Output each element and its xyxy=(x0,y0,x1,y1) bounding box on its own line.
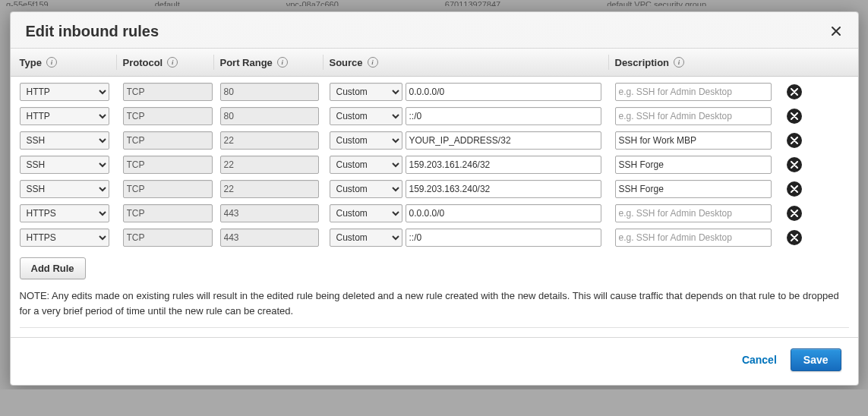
remove-rule-button[interactable] xyxy=(787,133,802,148)
remove-icon xyxy=(791,210,798,217)
close-button[interactable] xyxy=(828,23,844,39)
source-input[interactable] xyxy=(406,131,601,150)
source-mode-select[interactable]: CustomAnywhereMy IP xyxy=(330,180,402,198)
port-range-input xyxy=(220,107,319,125)
rule-row: HTTPHTTPSSSHCustom TCP CustomAnywhereMy … xyxy=(20,107,849,125)
description-input[interactable] xyxy=(615,83,772,101)
protocol-input xyxy=(123,228,213,247)
type-select[interactable]: HTTPHTTPSSSHCustom TCP xyxy=(20,156,109,174)
info-icon[interactable]: i xyxy=(277,57,288,68)
remove-icon xyxy=(791,88,798,96)
port-range-input xyxy=(220,180,319,198)
protocol-input xyxy=(123,180,213,198)
source-mode-select[interactable]: CustomAnywhereMy IP xyxy=(330,107,402,125)
remove-rule-button[interactable] xyxy=(787,157,802,172)
source-input[interactable] xyxy=(406,180,601,198)
header-port-range: Port Range i xyxy=(220,55,324,70)
modal-header: Edit inbound rules xyxy=(11,12,858,48)
port-range-input xyxy=(220,228,319,247)
grid-body: HTTPHTTPSSSHCustom TCP CustomAnywhereMy … xyxy=(11,77,858,337)
remove-rule-button[interactable] xyxy=(787,206,802,221)
add-rule-button[interactable]: Add Rule xyxy=(20,257,86,279)
description-input[interactable] xyxy=(615,228,772,247)
remove-rule-button[interactable] xyxy=(787,109,802,124)
remove-rule-button[interactable] xyxy=(787,230,802,245)
protocol-input xyxy=(123,131,213,150)
source-mode-select[interactable]: CustomAnywhereMy IP xyxy=(330,204,402,222)
cancel-button[interactable]: Cancel xyxy=(742,354,777,366)
info-icon[interactable]: i xyxy=(368,57,378,68)
protocol-input xyxy=(123,83,213,101)
rules-grid: Type i Protocol i Port Range i Source i … xyxy=(11,48,858,338)
save-button[interactable]: Save xyxy=(791,348,841,371)
type-select[interactable]: HTTPHTTPSSSHCustom TCP xyxy=(20,204,109,222)
info-icon[interactable]: i xyxy=(674,57,684,68)
port-range-input xyxy=(220,131,319,150)
info-icon[interactable]: i xyxy=(46,57,57,68)
type-select[interactable]: HTTPHTTPSSSHCustom TCP xyxy=(20,228,109,247)
source-input[interactable] xyxy=(406,83,601,101)
close-icon xyxy=(830,25,842,37)
rule-row: HTTPHTTPSSSHCustom TCP CustomAnywhereMy … xyxy=(20,228,849,247)
type-select[interactable]: HTTPHTTPSSSHCustom TCP xyxy=(20,180,109,198)
header-description: Description i xyxy=(615,55,779,70)
port-range-input xyxy=(220,204,319,222)
rule-row: HTTPHTTPSSSHCustom TCP CustomAnywhereMy … xyxy=(20,204,849,222)
info-icon[interactable]: i xyxy=(167,57,178,68)
grid-header-row: Type i Protocol i Port Range i Source i … xyxy=(11,49,858,77)
port-range-input xyxy=(220,156,319,174)
type-select[interactable]: HTTPHTTPSSSHCustom TCP xyxy=(20,83,109,101)
description-input[interactable] xyxy=(615,180,772,198)
protocol-input xyxy=(123,204,213,222)
protocol-input xyxy=(123,107,213,125)
note-text: NOTE: Any edits made on existing rules w… xyxy=(20,288,849,328)
type-select[interactable]: HTTPHTTPSSSHCustom TCP xyxy=(20,131,109,150)
remove-icon xyxy=(791,161,798,169)
description-input[interactable] xyxy=(615,107,772,125)
source-mode-select[interactable]: CustomAnywhereMy IP xyxy=(330,131,402,150)
source-input[interactable] xyxy=(406,156,601,174)
header-type: Type i xyxy=(20,55,117,70)
modal-footer: Cancel Save xyxy=(11,338,858,385)
remove-icon xyxy=(791,185,798,193)
remove-icon xyxy=(791,234,798,241)
source-input[interactable] xyxy=(406,228,601,247)
remove-rule-button[interactable] xyxy=(787,181,802,197)
rule-row: HTTPHTTPSSSHCustom TCP CustomAnywhereMy … xyxy=(20,131,849,150)
header-source: Source i xyxy=(330,55,609,70)
description-input[interactable] xyxy=(615,204,772,222)
header-protocol: Protocol i xyxy=(123,55,214,70)
description-input[interactable] xyxy=(615,131,772,150)
edit-inbound-rules-modal: Edit inbound rules Type i Protocol i Por… xyxy=(10,11,859,386)
source-mode-select[interactable]: CustomAnywhereMy IP xyxy=(330,156,402,174)
protocol-input xyxy=(123,156,213,174)
type-select[interactable]: HTTPHTTPSSSHCustom TCP xyxy=(20,107,109,125)
rule-row: HTTPHTTPSSSHCustom TCP CustomAnywhereMy … xyxy=(20,156,849,174)
source-mode-select[interactable]: CustomAnywhereMy IP xyxy=(330,83,402,101)
rule-row: HTTPHTTPSSSHCustom TCP CustomAnywhereMy … xyxy=(20,83,849,101)
remove-icon xyxy=(791,112,798,120)
description-input[interactable] xyxy=(615,156,772,174)
source-input[interactable] xyxy=(406,107,601,125)
port-range-input xyxy=(220,83,319,101)
rule-row: HTTPHTTPSSSHCustom TCP CustomAnywhereMy … xyxy=(20,180,849,198)
remove-rule-button[interactable] xyxy=(787,84,802,99)
remove-icon xyxy=(791,137,798,144)
modal-title: Edit inbound rules xyxy=(26,23,843,40)
background-table-row: g-55e5f159 default vpc-08a7c660 67011392… xyxy=(0,0,868,6)
source-mode-select[interactable]: CustomAnywhereMy IP xyxy=(330,228,402,247)
source-input[interactable] xyxy=(406,204,601,222)
